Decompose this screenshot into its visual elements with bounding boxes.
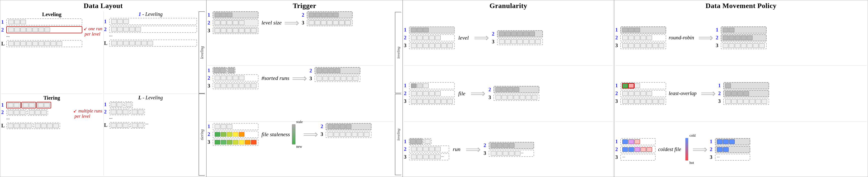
gran3-level2: 2 bbox=[404, 146, 449, 153]
Llev-levelL: L bbox=[104, 122, 197, 129]
policy3-after-level3: 3 ··· bbox=[710, 154, 750, 160]
brace-leveling-trigger: leveling bbox=[396, 47, 401, 58]
trigger2-label: #sorted runs bbox=[261, 75, 289, 81]
Llev-level1: 1 bbox=[104, 101, 197, 108]
brace-leveling-trigger2: leveling bbox=[396, 129, 401, 141]
policy1-label: round-robin bbox=[669, 34, 694, 41]
Llev-level2: 2 bbox=[104, 109, 197, 115]
trigger2-arrow: ⟹ bbox=[290, 67, 309, 89]
policy3-after-level2: 2 bbox=[710, 146, 750, 153]
gran2-level2: 2 bbox=[404, 90, 455, 97]
gran3-level3: 3 ··· bbox=[404, 153, 449, 160]
trigger1-after-level2: 2 bbox=[302, 11, 352, 18]
section-trigger: Trigger 1 bbox=[206, 0, 403, 177]
gran1-level3: 3 bbox=[404, 42, 455, 49]
trigger2-after-level3: 3 bbox=[310, 75, 361, 82]
gran1-label: level bbox=[458, 34, 469, 41]
policy2-label: least-overlap bbox=[669, 90, 696, 97]
trigger2-level2: 2 bbox=[208, 74, 258, 81]
gran2-level3: 3 bbox=[404, 98, 455, 105]
1lev-level1: 1 bbox=[104, 18, 197, 25]
trigger3-label: file staleness bbox=[261, 131, 290, 138]
gran2-after-level3: 3 bbox=[489, 94, 539, 101]
policy1-after-level1: 1 bbox=[716, 26, 767, 33]
section-title-layout: Data Layout bbox=[1, 2, 205, 10]
gran1-arrow: ⟹ bbox=[472, 31, 491, 44]
trigger3-level1: 1 bbox=[208, 123, 258, 130]
hot-label: hot bbox=[689, 161, 694, 165]
section-title-policy: Data Movement Policy bbox=[615, 2, 867, 10]
section-granularity: Granularity 1 2 bbox=[403, 0, 614, 177]
layout-leveling-level2: 2 bbox=[1, 26, 82, 33]
policy2-after-level1: 1 bbox=[718, 82, 769, 89]
gran2-arrow: ⟹ bbox=[469, 87, 487, 100]
policy2-level1: 1 bbox=[615, 82, 666, 89]
policy1-arrow: ⟹ bbox=[696, 31, 715, 44]
trigger3-level2: 2 bbox=[208, 131, 258, 138]
gran3-after-level3: 3 ··· bbox=[484, 150, 534, 157]
sub-title-1leveling: 1 - Leveling bbox=[104, 11, 197, 17]
1lev-levelL: L bbox=[104, 40, 197, 47]
policy3-level3: 3 ··· bbox=[615, 154, 656, 160]
brace-leveling-top: leveling bbox=[199, 46, 205, 59]
trigger2-after-level2: 2 bbox=[310, 67, 361, 74]
policy2-level3: 3 bbox=[615, 98, 666, 105]
trigger1-level1: 1 bbox=[208, 11, 258, 18]
trigger3-level3: 3 bbox=[208, 139, 258, 146]
layout-tiering-level1: 1 bbox=[1, 102, 72, 108]
sub-title-tiering: Tiering bbox=[1, 95, 102, 101]
trigger1-arrow: ⟹ bbox=[283, 11, 301, 34]
new-label: new bbox=[296, 145, 302, 149]
gran1-level1: 1 bbox=[404, 26, 455, 33]
gran3-label: run bbox=[453, 146, 461, 153]
sub-title-leveling: Leveling bbox=[1, 11, 102, 18]
policy1-level3: 3 bbox=[615, 42, 666, 49]
policy3-level1: 1 bbox=[615, 138, 656, 145]
trigger1-level2: 2 bbox=[208, 19, 258, 26]
gran2-label: file bbox=[458, 90, 465, 97]
trigger3-arrow: ⟹ bbox=[302, 123, 320, 146]
1lev-level2: 2 bbox=[104, 26, 197, 33]
trigger3-after-level3: 3 bbox=[321, 131, 371, 138]
tiering-annotation: ↙ multiple runs per level bbox=[73, 108, 102, 119]
gran2-after-level2: 2 bbox=[489, 86, 539, 93]
gran3-after-level2: 2 bbox=[484, 142, 534, 149]
layout-leveling-level1: 1 bbox=[1, 18, 82, 25]
policy3-level2: 2 bbox=[615, 146, 656, 153]
policy3-arrow: ⟹ bbox=[691, 143, 709, 156]
policy1-level2: 2 bbox=[615, 34, 666, 41]
section-data-layout: Data Layout Leveling 1 bbox=[0, 0, 206, 177]
gran1-level2: 2 bbox=[404, 34, 455, 41]
trigger3-after-level2: 2 bbox=[321, 123, 371, 130]
policy2-after-level3: 3 bbox=[718, 98, 769, 105]
policy1-after-level3: 3 bbox=[716, 42, 767, 49]
trigger1-after-level3: 3 bbox=[302, 19, 352, 26]
cold-label: cold bbox=[689, 134, 695, 138]
sub-title-Lleveling: L - Leveling bbox=[104, 95, 197, 101]
trigger1-level3: 3 bbox=[208, 27, 258, 34]
gran1-after-level2: 2 bbox=[492, 30, 543, 37]
brace-tiering-bottom: tiering bbox=[199, 129, 205, 140]
section-policy: Data Movement Policy 1 2 bbox=[614, 0, 868, 177]
leveling-annotation: ↙ one run per level bbox=[84, 26, 102, 37]
trigger2-level3: 3 bbox=[208, 82, 258, 89]
layout-tiering-level2: 2 bbox=[1, 109, 72, 116]
gran2-level1: 1 bbox=[404, 82, 455, 89]
policy2-arrow: ⟹ bbox=[699, 87, 717, 100]
policy1-level1: 1 bbox=[615, 26, 666, 33]
gran3-level1: 1 bbox=[404, 138, 449, 145]
policy3-after-level1: 1 bbox=[710, 138, 750, 145]
layout-tiering-levelL: L bbox=[1, 123, 72, 129]
policy2-level2: 2 bbox=[615, 90, 666, 97]
trigger2-level1: 1 bbox=[208, 67, 258, 74]
policy3-label: coldest file bbox=[658, 146, 681, 153]
gran3-arrow: ⟹ bbox=[464, 143, 482, 156]
stale-label: stale bbox=[296, 120, 303, 124]
policy1-after-level2: 2 bbox=[716, 34, 767, 41]
layout-leveling-levelL: L bbox=[1, 40, 82, 47]
policy2-after-level2: 2 bbox=[718, 90, 769, 97]
trigger1-label: level size bbox=[261, 19, 282, 26]
gran1-after-level3: 3 bbox=[492, 38, 543, 45]
section-title-granularity: Granularity bbox=[404, 2, 613, 10]
section-title-trigger: Trigger bbox=[208, 2, 401, 10]
